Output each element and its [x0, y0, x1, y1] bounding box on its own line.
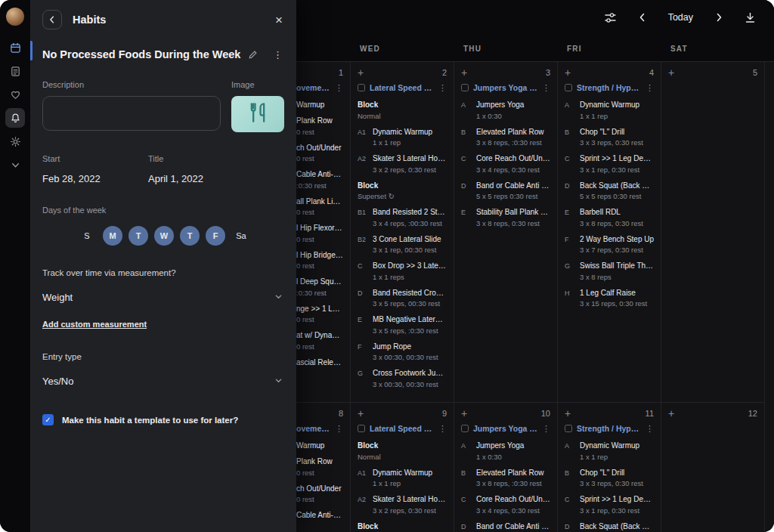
exercise-row[interactable]: A2Skater 3 Lateral Hops >> ...3 x 2 reps… — [358, 495, 447, 515]
exercise-row[interactable]: A1Dynamic Warmup1 x 1 rep — [358, 469, 447, 488]
measurement-select[interactable]: Weight — [42, 290, 283, 304]
start-date-value[interactable]: Feb 28, 2022 — [42, 173, 148, 184]
workout-title[interactable]: ovement Q... — [296, 424, 330, 433]
add-event-icon[interactable]: + — [565, 408, 571, 419]
workout-menu-icon[interactable]: ⋮ — [646, 84, 654, 92]
edit-pencil-icon[interactable] — [248, 50, 258, 60]
exercise-row[interactable]: Cable Anti-Rotati...:0:30 rest — [296, 170, 343, 190]
workout-checkbox[interactable] — [358, 84, 365, 91]
workout-menu-icon[interactable]: ⋮ — [542, 84, 550, 92]
add-event-icon[interactable]: + — [668, 408, 674, 419]
description-input[interactable] — [42, 96, 221, 131]
exercise-row[interactable]: EStability Ball Plank Linear ...3 x 8 re… — [461, 208, 550, 227]
exercise-row[interactable]: CSprint >> 1 Leg Declarations3 x 1 rep, … — [565, 495, 654, 515]
workout-menu-icon[interactable]: ⋮ — [438, 425, 447, 433]
exercise-row[interactable]: GSwiss Ball Triple Threat3 x 8 reps — [565, 261, 654, 281]
day-chip-f[interactable]: F — [206, 226, 225, 246]
workout-checkbox[interactable] — [565, 84, 572, 91]
exercise-row[interactable]: Plank Row0 rest — [296, 457, 343, 477]
exercise-row[interactable]: DBand or Cable Anti Rotati... — [461, 522, 550, 530]
next-week-icon[interactable] — [714, 12, 724, 23]
day-chip-sa[interactable]: Sa — [231, 226, 251, 246]
exercise-row[interactable]: EBarbell RDL3 x 8 reps, 0:30 rest — [565, 208, 654, 227]
exercise-row[interactable]: DBack Squat (Back Off Set)5 x 5 reps 0:3… — [565, 181, 654, 201]
workout-menu-icon[interactable]: ⋮ — [646, 425, 654, 433]
gear-icon[interactable] — [5, 131, 25, 151]
end-date-value[interactable]: April 1, 2022 — [148, 173, 254, 184]
habit-image-tile[interactable] — [231, 96, 284, 132]
exercise-row[interactable]: BChop "L" Drill3 x 3 reps, 0:30 rest — [565, 128, 654, 147]
exercise-row[interactable]: A1Dynamic Warmup1 x 1 rep — [358, 128, 447, 147]
workout-checkbox[interactable] — [461, 425, 469, 432]
workout-checkbox[interactable] — [461, 84, 469, 91]
exercise-row[interactable]: AJumpers Yoga1 x 0:30 — [461, 441, 550, 461]
exercise-row[interactable]: ch Out/Under0 rest — [296, 144, 343, 163]
exercise-row[interactable]: nge >> 1 Leg St...0 rest — [296, 305, 343, 324]
exercise-row[interactable]: Warmup — [296, 101, 343, 109]
exercise-row[interactable]: DBack Squat (Back Off Set) — [565, 522, 654, 530]
add-event-icon[interactable]: + — [358, 67, 364, 78]
add-event-icon[interactable]: + — [461, 67, 467, 78]
template-checkbox[interactable]: ✓ — [42, 414, 54, 425]
prev-week-icon[interactable] — [637, 12, 648, 23]
workout-title[interactable]: Lateral Speed / Plyo — [370, 424, 434, 433]
notes-icon[interactable] — [5, 61, 25, 81]
exercise-row[interactable]: DBand Resisted Crossover...3 x 5 reps, 0… — [358, 289, 447, 308]
exercise-row[interactable]: l Deep Squat Mo...:0:30 rest — [296, 277, 343, 297]
add-event-icon[interactable]: + — [668, 67, 674, 78]
close-icon[interactable]: × — [275, 14, 283, 26]
exercise-row[interactable]: BElevated Plank Row3 x 8 reps, :0:30 res… — [461, 128, 550, 147]
day-chip-s[interactable]: S — [77, 226, 97, 246]
exercise-row[interactable]: at w/ Dynamic P...0 rest — [296, 331, 343, 351]
workout-title[interactable]: Jumpers Yoga / Core — [473, 424, 537, 433]
exercise-row[interactable]: FJump Rope3 x 00:30, 00:30 rest — [358, 342, 447, 362]
exercise-row[interactable]: EMB Negative Lateral Hop...3 x 5 reps, :… — [358, 315, 447, 335]
download-icon[interactable] — [745, 12, 756, 23]
exercise-row[interactable]: l Hip Bridge w/ ...0 rest — [296, 251, 343, 271]
add-event-icon[interactable]: + — [461, 408, 467, 419]
exercise-row[interactable]: CCore Reach Out/Under3 x 4 reps, 0:30 re… — [461, 495, 550, 515]
calendar-icon[interactable] — [5, 38, 25, 57]
workout-menu-icon[interactable]: ⋮ — [438, 84, 447, 92]
workout-title[interactable]: Lateral Speed / Plyo — [370, 83, 434, 92]
exercise-row[interactable]: BChop "L" Drill3 x 3 reps, 0:30 rest — [565, 469, 654, 488]
day-chip-t[interactable]: T — [180, 226, 200, 246]
workout-checkbox[interactable] — [358, 425, 365, 432]
workout-title[interactable]: Jumpers Yoga / Core — [473, 83, 537, 92]
workout-title[interactable]: ovement Q... — [296, 83, 330, 92]
exercise-row[interactable]: A2Skater 3 Lateral Hops >> ...3 x 2 reps… — [358, 154, 447, 174]
exercise-row[interactable]: CCore Reach Out/Under3 x 4 reps, 0:30 re… — [461, 154, 550, 174]
workout-title[interactable]: Strength / Hypertro... — [577, 83, 641, 92]
add-event-icon[interactable]: + — [358, 408, 364, 419]
exercise-row[interactable]: GCross Footwork Jump Rope3 x 00:30, 00:3… — [358, 369, 447, 388]
workout-menu-icon[interactable]: ⋮ — [335, 84, 343, 92]
chevron-down-icon[interactable] — [5, 155, 25, 175]
exercise-row[interactable]: B23 Cone Lateral Slide3 x 1 rep, 00:30 r… — [358, 235, 447, 255]
workout-checkbox[interactable] — [565, 425, 572, 432]
workout-menu-icon[interactable]: ⋮ — [542, 425, 550, 433]
exercise-row[interactable]: l Hip Flexor Rais...0 rest — [296, 224, 343, 243]
avatar[interactable] — [6, 8, 24, 26]
workout-title[interactable]: Strength / Hypertro... — [577, 424, 641, 433]
filter-settings-icon[interactable] — [604, 11, 617, 24]
add-event-icon[interactable]: + — [565, 67, 571, 78]
exercise-row[interactable]: ADynamic Warmup1 x 1 rep — [565, 441, 654, 461]
workout-menu-icon[interactable]: ⋮ — [335, 425, 343, 433]
entry-type-select[interactable]: Yes/No — [42, 374, 283, 388]
exercise-row[interactable]: AJumpers Yoga1 x 0:30 — [461, 101, 550, 120]
exercise-row[interactable]: CBox Drop >> 3 Lateral H...1 x 1 reps — [358, 261, 447, 281]
exercise-row[interactable]: all Plank Linear ...0 rest — [296, 197, 343, 217]
exercise-row[interactable]: Cable Anti-Rotati... — [296, 511, 343, 519]
exercise-row[interactable]: BElevated Plank Row3 x 8 reps, :0:30 res… — [461, 469, 550, 488]
exercise-row[interactable]: ascial Release C... — [296, 358, 343, 367]
day-chip-t[interactable]: T — [128, 226, 148, 246]
today-button[interactable]: Today — [668, 12, 693, 23]
bell-icon[interactable] — [5, 108, 25, 128]
exercise-row[interactable]: Plank Row0 rest — [296, 116, 343, 136]
exercise-row[interactable]: Warmup — [296, 441, 343, 450]
add-custom-measurement-link[interactable]: Add custom measurement — [42, 320, 147, 329]
exercise-row[interactable]: B1Band Resisted 2 Step Late...3 x 4 reps… — [358, 208, 447, 227]
exercise-row[interactable]: CSprint >> 1 Leg Declarations3 x 1 rep, … — [565, 154, 654, 174]
back-button[interactable] — [42, 10, 62, 29]
exercise-row[interactable]: ch Out/Under0 rest — [296, 484, 343, 504]
